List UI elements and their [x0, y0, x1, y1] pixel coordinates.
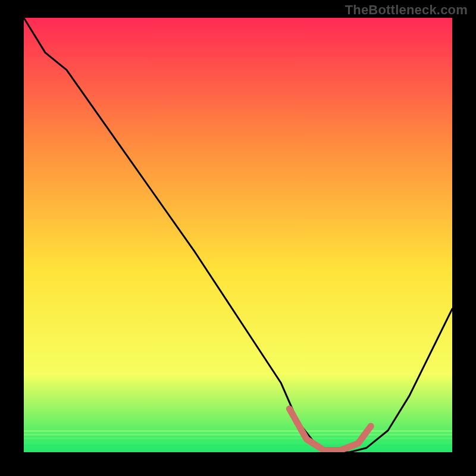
- svg-rect-4: [24, 444, 452, 446]
- watermark-text: TheBottleneck.com: [345, 2, 468, 18]
- plot-area: [24, 18, 452, 452]
- svg-rect-2: [24, 437, 452, 439]
- svg-rect-3: [24, 441, 452, 443]
- gradient-background: [24, 18, 452, 452]
- chart-svg: [24, 18, 452, 452]
- chart-container: TheBottleneck.com: [0, 0, 476, 476]
- svg-rect-1: [24, 434, 452, 436]
